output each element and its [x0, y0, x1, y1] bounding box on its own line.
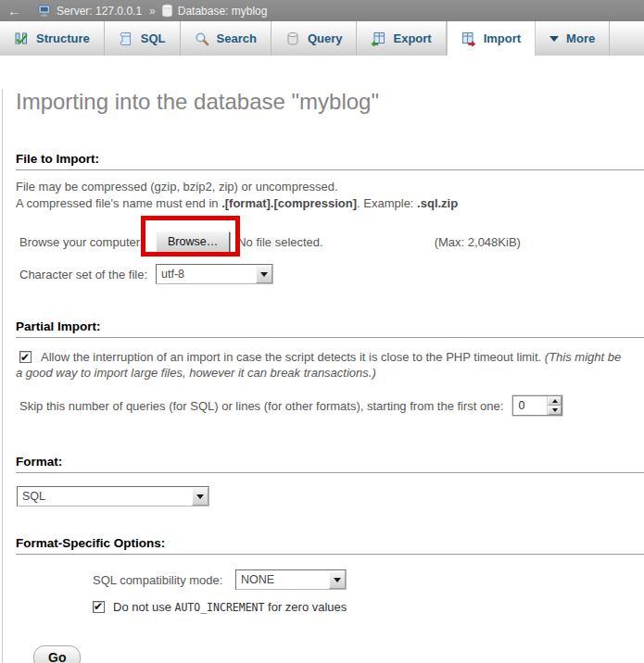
breadcrumb-server[interactable]: Server: 127.0.0.1	[57, 5, 142, 18]
search-icon	[195, 31, 209, 46]
auto-increment-row: Do not use AUTO_INCREMENT for zero value…	[93, 600, 644, 614]
tab-label: More	[566, 31, 595, 45]
tab-label: Export	[393, 31, 431, 45]
breadcrumb-database[interactable]: Database: myblog	[178, 5, 268, 18]
tab-search[interactable]: Search	[181, 21, 271, 56]
tab-label: Search	[217, 31, 257, 45]
note-text: . Example:	[357, 196, 417, 210]
page-title: Importing into the database "myblog"	[16, 89, 633, 115]
back-arrow-icon[interactable]: ←	[7, 4, 21, 18]
tab-label: Structure	[36, 31, 90, 45]
section-heading-format-options: Format-Specific Options:	[16, 536, 644, 555]
dropdown-arrow-icon	[256, 265, 272, 283]
breadcrumb-bar: ← Server: 127.0.0.1 » Database: myblog	[0, 0, 644, 21]
tab-bar: Structure SQL Search Query Export	[0, 21, 644, 56]
import-page: Importing into the database "myblog" Fil…	[2, 89, 644, 663]
auto-increment-prefix: Do not use	[113, 600, 175, 614]
browse-button[interactable]: Browse…	[156, 231, 230, 253]
section-format: Format: SQL	[3, 455, 644, 507]
charset-row: Character set of the file: utf-8	[19, 264, 644, 284]
sql-compatibility-value: NONE	[236, 570, 329, 589]
tabbar-filler	[610, 21, 644, 56]
skip-queries-value: 0	[513, 396, 547, 415]
skip-queries-label: Skip this number of queries (for SQL) or…	[19, 399, 503, 413]
interrupt-checkbox[interactable]	[19, 351, 32, 363]
query-icon	[285, 31, 300, 46]
auto-increment-keyword: AUTO_INCREMENT	[175, 601, 265, 614]
format-selected-value: SQL	[18, 487, 192, 506]
browse-label: Browse your computer:	[19, 235, 156, 249]
spinner-up-button[interactable]	[548, 396, 562, 406]
format-row: SQL	[17, 486, 644, 507]
compression-note-line1: File may be compressed (gzip, bzip2, zip…	[16, 180, 633, 194]
auto-increment-suffix: for zero values	[264, 600, 347, 614]
breadcrumb-separator: »	[149, 5, 156, 18]
section-heading-partial-import: Partial Import:	[16, 319, 644, 338]
number-spinner	[547, 396, 562, 415]
section-file-to-import: File to Import: File may be compressed (…	[3, 152, 644, 284]
go-button[interactable]: Go	[33, 645, 81, 663]
tab-query[interactable]: Query	[271, 21, 358, 56]
example-filename-text: .sql.zip	[417, 196, 458, 210]
import-icon	[461, 31, 476, 46]
sql-compatibility-row: SQL compatibility mode: NONE	[93, 569, 644, 590]
server-icon	[38, 4, 52, 18]
note-text: A compressed file's name must end in	[16, 196, 221, 210]
tab-label: Import	[484, 31, 521, 45]
format-pattern-text: .[format].[compression]	[221, 196, 357, 210]
export-icon	[371, 31, 385, 46]
phpmyadmin-window: ← Server: 127.0.0.1 » Database: myblog S…	[0, 0, 644, 663]
tab-structure[interactable]: Structure	[0, 21, 105, 56]
skip-queries-row: Skip this number of queries (for SQL) or…	[19, 395, 644, 416]
auto-increment-text: Do not use AUTO_INCREMENT for zero value…	[113, 600, 347, 614]
sql-icon	[119, 31, 133, 46]
skip-queries-input[interactable]: 0	[512, 395, 562, 416]
charset-label: Character set of the file:	[19, 268, 156, 281]
database-icon	[161, 4, 173, 18]
section-format-specific-options: Format-Specific Options: SQL compatibili…	[3, 536, 644, 614]
interrupt-text: Allow the interruption of an import in c…	[41, 350, 545, 364]
interrupt-option: Allow the interruption of an import in c…	[16, 349, 631, 381]
spinner-down-button[interactable]	[548, 406, 562, 415]
charset-select[interactable]: utf-8	[156, 264, 273, 284]
max-upload-size-text: (Max: 2,048KiB)	[435, 235, 521, 249]
structure-icon	[14, 31, 29, 46]
format-select[interactable]: SQL	[17, 486, 209, 507]
tab-label: SQL	[141, 31, 166, 45]
section-heading-file-to-import: File to Import:	[16, 152, 644, 170]
charset-selected-value: utf-8	[157, 265, 256, 283]
auto-increment-checkbox[interactable]	[93, 601, 105, 613]
compression-note-line2: A compressed file's name must end in .[f…	[16, 196, 633, 211]
dropdown-arrow-icon	[192, 487, 208, 506]
no-file-selected-text: No file selected.	[237, 235, 323, 249]
section-heading-format: Format:	[16, 455, 644, 473]
tab-export[interactable]: Export	[357, 21, 446, 56]
tab-import[interactable]: Import	[447, 21, 536, 56]
sql-compatibility-label: SQL compatibility mode:	[93, 573, 230, 587]
tab-label: Query	[308, 31, 343, 45]
section-partial-import: Partial Import: Allow the interruption o…	[3, 319, 644, 416]
sql-compatibility-select[interactable]: NONE	[235, 569, 347, 590]
file-upload-row: Browse your computer: Browse… No file se…	[19, 231, 644, 253]
tab-sql[interactable]: SQL	[105, 21, 181, 56]
chevron-down-icon	[549, 36, 559, 42]
tab-more[interactable]: More	[536, 21, 610, 56]
dropdown-arrow-icon	[329, 570, 346, 589]
